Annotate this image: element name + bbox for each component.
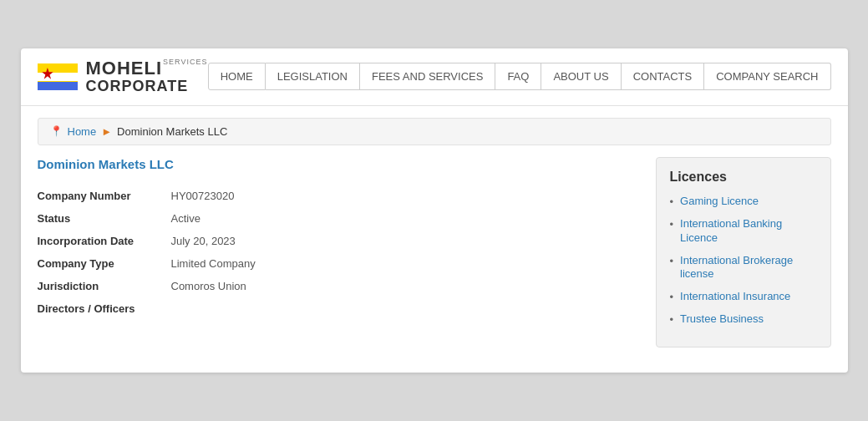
company-details-table: Company NumberHY00723020StatusActiveInco…: [38, 185, 639, 320]
field-label: Jurisdiction: [38, 275, 171, 297]
field-label: Directors / Officers: [38, 297, 171, 320]
svg-rect-2: [38, 73, 78, 81]
table-row: Directors / Officers: [38, 297, 639, 320]
licence-link[interactable]: Gaming Licence: [680, 195, 759, 209]
field-label: Status: [38, 207, 171, 230]
company-name: Dominion Markets LLC: [38, 157, 639, 171]
logo-flag-icon: [38, 63, 78, 90]
breadcrumb-current: Dominion Markets LLC: [117, 125, 227, 138]
location-icon: 📍: [50, 125, 63, 137]
logo-main-text: MOHELISERVICES: [86, 58, 208, 79]
table-row: Company NumberHY00723020: [38, 185, 639, 207]
table-row: Incorporation DateJuly 20, 2023: [38, 230, 639, 252]
main-nav: HOMELEGISLATIONFEES AND SERVICESFAQABOUT…: [208, 63, 831, 90]
svg-rect-1: [38, 63, 78, 72]
table-row: StatusActive: [38, 207, 639, 230]
licence-link[interactable]: International Brokerage license: [680, 254, 816, 282]
field-value: Active: [171, 207, 639, 230]
services-label-top: SERVICES: [163, 58, 207, 66]
company-details: Dominion Markets LLC Company NumberHY007…: [38, 157, 639, 347]
page-container: MOHELISERVICES CORPORATE HOMELEGISLATION…: [21, 48, 848, 373]
field-value: Comoros Union: [171, 275, 639, 297]
nav-fees[interactable]: FEES AND SERVICES: [360, 63, 495, 90]
licences-panel: Licences Gaming LicenceInternational Ban…: [656, 157, 831, 347]
breadcrumb-arrow: ►: [101, 125, 112, 138]
header: MOHELISERVICES CORPORATE HOMELEGISLATION…: [21, 48, 848, 106]
list-item: Gaming Licence: [670, 195, 817, 209]
field-label: Company Type: [38, 252, 171, 275]
list-item: Trustee Business: [670, 312, 817, 327]
list-item: International Brokerage license: [670, 254, 817, 282]
nav-faq[interactable]: FAQ: [495, 63, 541, 90]
licences-list: Gaming LicenceInternational Banking Lice…: [670, 195, 817, 327]
logo-text: MOHELISERVICES CORPORATE: [86, 58, 208, 95]
field-label: Company Number: [38, 185, 171, 207]
logo-sub-text: CORPORATE: [86, 79, 208, 95]
table-row: JurisdictionComoros Union: [38, 275, 639, 297]
field-value: HY00723020: [171, 185, 639, 207]
list-item: International Banking Licence: [670, 217, 817, 246]
svg-rect-3: [38, 82, 78, 90]
breadcrumb-home-link[interactable]: Home: [68, 125, 97, 138]
licence-link[interactable]: International Insurance: [680, 290, 790, 304]
field-value: July 20, 2023: [171, 230, 639, 252]
licence-link[interactable]: Trustee Business: [680, 312, 764, 327]
field-value: [171, 297, 639, 320]
field-label: Incorporation Date: [38, 230, 171, 252]
nav-about[interactable]: ABOUT US: [541, 63, 621, 90]
nav-contacts[interactable]: CONTACTS: [622, 63, 705, 90]
licence-link[interactable]: International Banking Licence: [680, 217, 816, 246]
logo-area: MOHELISERVICES CORPORATE: [38, 58, 208, 95]
field-value: Limited Company: [171, 252, 639, 275]
list-item: International Insurance: [670, 290, 817, 304]
nav-home[interactable]: HOME: [208, 63, 266, 90]
breadcrumb: 📍 Home ► Dominion Markets LLC: [38, 118, 831, 145]
licences-title: Licences: [670, 170, 817, 185]
main-content: Dominion Markets LLC Company NumberHY007…: [21, 157, 848, 347]
nav-company-search[interactable]: COMPANY SEARCH: [704, 63, 830, 90]
table-row: Company TypeLimited Company: [38, 252, 639, 275]
nav-legislation[interactable]: LEGISLATION: [266, 63, 360, 90]
